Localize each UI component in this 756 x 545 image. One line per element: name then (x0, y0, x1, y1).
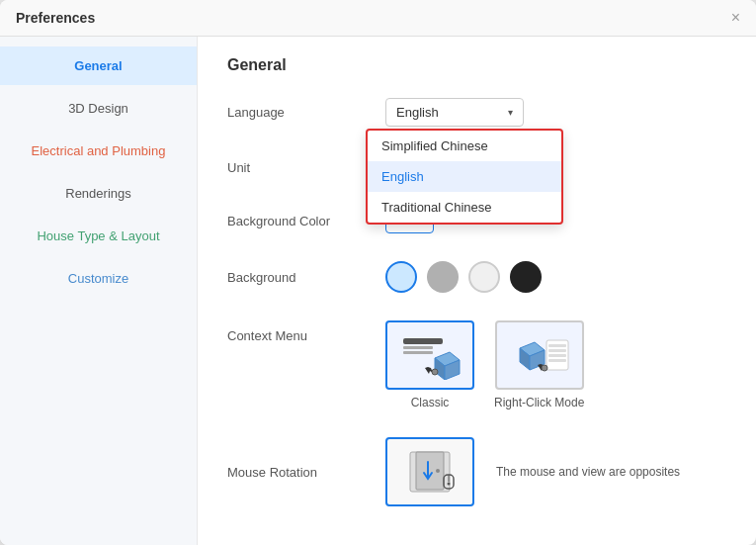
sidebar-item-general[interactable]: General (0, 46, 197, 85)
content-area: General Language English ▾ Simplified Ch… (198, 37, 756, 545)
language-row: Language English ▾ Simplified Chinese (227, 98, 726, 127)
mouse-rotation-label: Mouse Rotation (227, 465, 385, 480)
context-thumb-right-click[interactable] (495, 320, 584, 390)
svg-rect-1 (403, 346, 433, 349)
sidebar-item-customize[interactable]: Customize (0, 259, 197, 298)
context-menu-option-classic: Classic (385, 320, 474, 409)
language-control: English ▾ Simplified Chinese English (385, 98, 726, 127)
background-control (385, 261, 726, 293)
svg-rect-6 (548, 349, 566, 352)
sidebar-item-electrical[interactable]: Electrical and Plumbing (0, 132, 197, 170)
svg-rect-8 (548, 359, 566, 362)
language-option-simplified-chinese[interactable]: Simplified Chinese (368, 131, 561, 161)
language-option-english[interactable]: English (368, 161, 561, 192)
mouse-rotation-thumb[interactable] (385, 437, 474, 506)
background-circle-blue[interactable] (385, 261, 417, 293)
background-color-label: Background Color (227, 214, 385, 228)
context-menu-label: Context Menu (227, 328, 385, 343)
language-selected-value: English (396, 105, 439, 120)
svg-rect-0 (403, 338, 443, 344)
context-menu-option-right-click: Right-Click Mode (494, 320, 584, 409)
svg-rect-5 (548, 344, 566, 347)
language-select-button[interactable]: English ▾ (385, 98, 524, 127)
context-thumb-classic[interactable] (385, 320, 474, 390)
context-label-right-click: Right-Click Mode (494, 396, 584, 409)
mouse-rotation-description: The mouse and view are opposites (496, 465, 680, 479)
mouse-rotation-row: Mouse Rotation (227, 437, 726, 506)
background-row: Background (227, 261, 726, 293)
chevron-down-icon: ▾ (508, 107, 513, 118)
background-circle-gray[interactable] (427, 261, 459, 293)
svg-point-9 (542, 365, 547, 371)
background-label: Background (227, 270, 385, 285)
context-menu-row: Context Menu (227, 320, 726, 409)
context-label-classic: Classic (411, 396, 450, 409)
language-label: Language (227, 105, 385, 120)
unit-label: Unit (227, 160, 385, 175)
background-circle-black[interactable] (510, 261, 542, 293)
svg-rect-2 (403, 351, 433, 354)
close-button[interactable]: × (731, 10, 740, 26)
language-dropdown-menu: Simplified Chinese English Traditional C… (366, 129, 563, 225)
sidebar-item-3d-design[interactable]: 3D Design (0, 89, 197, 128)
svg-point-12 (436, 469, 440, 473)
sidebar-item-renderings[interactable]: Renderings (0, 174, 197, 213)
language-dropdown-wrapper: English ▾ Simplified Chinese English (385, 98, 524, 127)
title-bar: Preferences × (0, 0, 756, 37)
context-menu-control: Classic (385, 320, 726, 409)
preferences-window: Preferences × General 3D Design Electric… (0, 0, 756, 545)
main-content: General 3D Design Electrical and Plumbin… (0, 37, 756, 545)
svg-point-15 (448, 483, 451, 486)
sidebar-item-house-type[interactable]: House Type & Layout (0, 217, 197, 255)
svg-rect-7 (548, 354, 566, 357)
language-option-traditional-chinese[interactable]: Traditional Chinese (368, 192, 561, 223)
svg-point-3 (432, 369, 438, 375)
window-title: Preferences (16, 10, 95, 26)
sidebar: General 3D Design Electrical and Plumbin… (0, 37, 198, 545)
content-title: General (227, 56, 726, 74)
background-circle-white[interactable] (468, 261, 500, 293)
mouse-rotation-control: The mouse and view are opposites (385, 437, 726, 506)
